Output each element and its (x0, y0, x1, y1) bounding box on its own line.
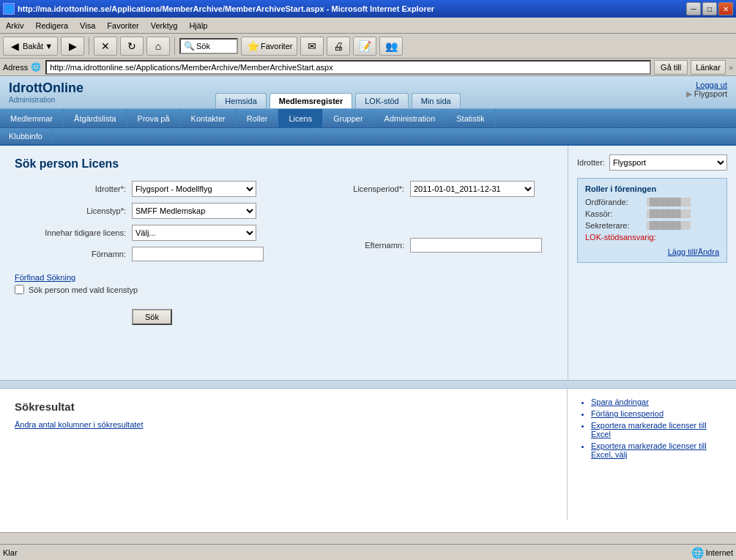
nav-medlemmar[interactable]: Medlemmar (0, 109, 64, 127)
sokresultat-title: Sökresultat (15, 400, 552, 413)
main-nav-bar: Medlemmar Åtgärdslista Prova på Kontakte… (0, 109, 736, 128)
header-right: Logga ut ▶ Flygsport (590, 76, 736, 108)
back-icon: ◀ (8, 40, 21, 53)
sok-med-vald-checkbox[interactable] (15, 285, 24, 294)
innehar-select[interactable]: Välj... (132, 225, 256, 241)
refresh-button[interactable]: ↻ (120, 37, 144, 56)
window-title: http://ma.idrottonline.se/Applications/M… (18, 4, 434, 13)
browser-content: IdrottOnline Administration Hemsida Medl… (0, 76, 736, 544)
nav-statistik[interactable]: Statistik (446, 109, 496, 127)
nav-prova-pa[interactable]: Prova på (127, 109, 181, 127)
address-input[interactable] (45, 60, 651, 75)
back-arrow: ▼ (45, 42, 53, 51)
licenstyp-row: Licenstyp*: SMFF Medlemskap (15, 203, 264, 219)
action-exportera-valj[interactable]: Exportera markerade licenser till Excel,… (591, 441, 724, 459)
form-col-left: Idrotter*: Flygsport - Modellflyg Licens… (15, 181, 264, 267)
status-right: 🌐 Internet (691, 547, 733, 559)
nav-administration[interactable]: Administration (374, 109, 447, 127)
horizontal-scrollbar[interactable] (0, 532, 736, 544)
stop-button[interactable]: ✕ (94, 37, 117, 56)
links-button[interactable]: Länkar (691, 60, 726, 75)
refresh-icon: ↻ (125, 40, 138, 53)
main-content: Sök person Licens Idrotter*: Flygsport -… (0, 146, 736, 380)
back-button[interactable]: ◀ Bakåt ▼ (3, 37, 58, 56)
maximize-button[interactable]: □ (702, 2, 717, 15)
ordforande-value: ██████ (647, 198, 691, 206)
nav-roller[interactable]: Roller (237, 109, 279, 127)
mail-icon: ✉ (305, 40, 319, 53)
favorites-label: Favoriter (261, 42, 292, 51)
nav-atgardslista[interactable]: Åtgärdslista (64, 109, 127, 127)
action-exportera[interactable]: Exportera markerade licenser till Excel (591, 421, 724, 438)
menu-arkiv[interactable]: Arkiv (3, 20, 26, 31)
ordforande-label: Ordförande: (585, 198, 644, 206)
close-button[interactable]: ✕ (718, 2, 733, 15)
address-icon: 🌐 (31, 62, 41, 72)
internet-label: Internet (706, 548, 733, 557)
form-col-right: Licensperiod*: 2011-01-01_2011-12-31 Eft… (278, 181, 542, 267)
window-controls: ─ □ ✕ (686, 2, 733, 15)
edit-icon: 📝 (358, 40, 371, 53)
menu-hjalp[interactable]: Hjälp (186, 20, 210, 31)
header-nav: Hemsida Medlemsregister LOK-stöd Min sid… (215, 76, 466, 108)
go-button[interactable]: Gå till (654, 60, 688, 75)
nav-kontakter[interactable]: Kontakter (181, 109, 237, 127)
kassor-label: Kassör: (585, 209, 644, 218)
idrotter-label: Idrotter*: (15, 184, 132, 193)
minimize-button[interactable]: ─ (686, 2, 701, 15)
print-button[interactable]: 🖨 (327, 37, 350, 56)
menu-visa[interactable]: Visa (77, 20, 98, 31)
innehar-row: Innehar tidigare licens: Välj... (15, 225, 264, 241)
back-label: Bakåt (23, 42, 43, 51)
kassor-value: ██████ (647, 209, 691, 218)
kassor-row: Kassör: ██████ (585, 209, 719, 218)
search-panel: Sök person Licens Idrotter*: Flygsport -… (0, 146, 568, 380)
rp-idrotter-select[interactable]: Flygsport (609, 154, 727, 171)
checkbox-row: Sök person med vald licenstyp (15, 285, 553, 294)
fornamn-input[interactable] (132, 247, 264, 261)
status-internet: 🌐 Internet (691, 547, 733, 559)
action-forlang[interactable]: Förläng licensperiod (591, 409, 724, 418)
edit-button[interactable]: 📝 (353, 37, 376, 56)
nav-klubbinfo[interactable]: Klubbinfo (0, 128, 52, 144)
mail-button[interactable]: ✉ (300, 37, 324, 56)
lagg-till-link[interactable]: Lägg till/Ändra (585, 247, 719, 256)
tab-medlemsregister[interactable]: Medlemsregister (270, 93, 352, 108)
nav-licens[interactable]: Licens (278, 109, 323, 127)
print-icon: 🖨 (332, 40, 345, 53)
logo-sub: Administration (9, 96, 83, 104)
sekreterare-value: ██████ (647, 221, 691, 230)
fornamn-row: Förnamn: (15, 247, 264, 261)
ordforande-row: Ordförande: ██████ (585, 198, 719, 206)
sok-button[interactable]: Sök (132, 309, 172, 325)
forward-button[interactable]: ▶ (61, 37, 84, 56)
messenger-button[interactable]: 👥 (379, 37, 403, 56)
search-label: Sök (196, 42, 210, 51)
tab-hemsida[interactable]: Hemsida (215, 93, 266, 108)
tab-lok-stod[interactable]: LOK-stöd (355, 93, 408, 108)
checkbox-label: Sök person med vald licenstyp (29, 285, 138, 294)
nav-grupper[interactable]: Grupper (323, 109, 373, 127)
forfinad-link[interactable]: Förfinad Sökning (15, 273, 553, 282)
menu-verktyg[interactable]: Verktyg (148, 20, 181, 31)
efternamn-input[interactable] (410, 238, 542, 253)
andra-kolumner-link[interactable]: Ändra antal kolumner i sökresultatet (15, 420, 552, 429)
favorites-button[interactable]: ⭐ Favoriter (241, 37, 297, 56)
licenstyp-select[interactable]: SMFF Medlemskap (132, 203, 256, 219)
menu-redigera[interactable]: Redigera (32, 20, 71, 31)
licensperiod-label: Licensperiod*: (293, 184, 410, 193)
action-spara[interactable]: Spara ändringar (591, 397, 724, 406)
lok-label: LOK-stödsansvarig: (585, 233, 656, 242)
logga-ut-link[interactable]: Logga ut (696, 81, 727, 89)
toolbar: ◀ Bakåt ▼ ▶ ✕ ↻ ⌂ 🔍 Sök ⭐ Favoriter ✉ 🖨 … (0, 34, 736, 59)
menu-favoriter[interactable]: Favoriter (104, 20, 141, 31)
menu-bar: Arkiv Redigera Visa Favoriter Verktyg Hj… (0, 18, 736, 34)
toolbar-sep-1 (89, 37, 89, 55)
io-header: IdrottOnline Administration Hemsida Medl… (0, 76, 736, 109)
home-button[interactable]: ⌂ (146, 37, 170, 56)
tab-min-sida[interactable]: Min sida (412, 93, 461, 108)
licensperiod-select[interactable]: 2011-01-01_2011-12-31 (410, 181, 535, 197)
home-icon: ⌂ (152, 40, 165, 53)
idrotter-select[interactable]: Flygsport - Modellflyg (132, 181, 256, 197)
right-panel: Idrotter: Flygsport Roller i föreningen … (568, 146, 736, 380)
